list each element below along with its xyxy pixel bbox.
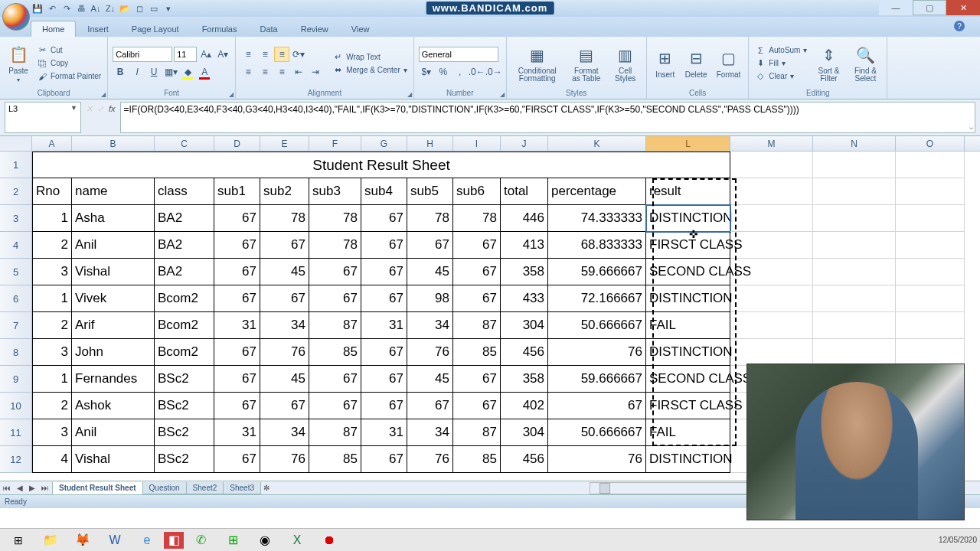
cell[interactable]	[813, 232, 896, 259]
inc-decimal-button[interactable]: .0←	[469, 64, 485, 80]
data-cell[interactable]: 85	[309, 339, 361, 366]
dialog-launcher-icon[interactable]: ◢	[101, 91, 106, 98]
cell-styles-button[interactable]: ▥Cell Styles	[609, 43, 642, 84]
undo-icon[interactable]: ↶	[45, 2, 59, 15]
expand-formula-icon[interactable]: ⌵	[969, 123, 973, 131]
qat-more-icon[interactable]: ▾	[162, 2, 175, 15]
open-icon[interactable]: 📂	[118, 2, 132, 15]
pdf-icon[interactable]: ◧	[164, 532, 184, 549]
data-cell[interactable]: FIRSCT CLASS	[646, 393, 730, 419]
cell[interactable]	[813, 152, 896, 178]
cell[interactable]	[813, 178, 896, 205]
data-cell[interactable]: DISTINCTION	[646, 285, 730, 312]
data-cell[interactable]: 85	[309, 446, 361, 473]
row-header[interactable]: 9	[0, 366, 32, 393]
data-cell[interactable]: 67	[361, 232, 407, 259]
data-cell[interactable]: SECOND CLASS	[646, 259, 730, 285]
tab-insert[interactable]: Insert	[76, 21, 120, 37]
data-cell[interactable]: 67	[309, 259, 361, 285]
dialog-launcher-icon[interactable]: ◢	[407, 91, 412, 98]
percent-button[interactable]: %	[436, 64, 451, 80]
data-cell[interactable]: 76	[260, 339, 309, 366]
orientation-button[interactable]: ⟳▾	[291, 47, 306, 62]
data-cell[interactable]: 67	[453, 285, 501, 312]
data-cell[interactable]: 456	[501, 339, 548, 366]
data-cell[interactable]: 67	[309, 366, 361, 393]
bold-button[interactable]: B	[113, 64, 128, 80]
copy-button[interactable]: ⿻Copy	[35, 57, 103, 70]
format-painter-button[interactable]: 🖌Format Painter	[35, 70, 103, 83]
data-cell[interactable]: 433	[501, 285, 548, 312]
data-cell[interactable]: 67	[214, 339, 260, 366]
data-cell[interactable]: 67	[260, 232, 309, 259]
data-cell[interactable]: 67	[453, 393, 501, 419]
data-cell[interactable]: Vishal	[72, 259, 155, 285]
align-right-button[interactable]: ≡	[274, 64, 289, 80]
data-cell[interactable]: 67	[214, 259, 260, 285]
data-cell[interactable]: Anil	[72, 419, 155, 446]
data-cell[interactable]: 59.666667	[548, 259, 646, 285]
autosum-button[interactable]: ΣAutoSum ▾	[753, 44, 808, 57]
maximize-button[interactable]: ▢	[913, 0, 946, 15]
tab-view[interactable]: View	[340, 21, 381, 37]
cell[interactable]	[730, 259, 813, 285]
enter-formula-icon[interactable]: ✓	[96, 103, 106, 116]
data-cell[interactable]: 358	[501, 366, 548, 393]
cell[interactable]	[813, 339, 896, 366]
cell[interactable]	[896, 205, 965, 232]
data-cell[interactable]: 31	[214, 419, 260, 446]
data-cell[interactable]: Vivek	[72, 285, 155, 312]
select-all-corner[interactable]	[0, 136, 32, 151]
cell[interactable]	[896, 285, 965, 312]
italic-button[interactable]: I	[129, 64, 145, 80]
align-center-button[interactable]: ≡	[257, 64, 273, 80]
col-header[interactable]: B	[72, 136, 155, 151]
row-header[interactable]: 2	[0, 178, 32, 205]
cell[interactable]	[730, 312, 813, 339]
col-header[interactable]: M	[730, 136, 813, 151]
data-cell[interactable]: Ashok	[72, 393, 155, 419]
font-size-combo[interactable]	[174, 47, 197, 62]
shrink-font-button[interactable]: A▾	[215, 47, 230, 62]
data-cell[interactable]: 78	[309, 232, 361, 259]
data-cell[interactable]: 67	[260, 285, 309, 312]
name-box[interactable]: L3▼	[5, 102, 81, 133]
save-icon[interactable]: 💾	[31, 2, 44, 15]
col-header[interactable]: I	[453, 136, 501, 151]
header-cell[interactable]: Rno	[32, 178, 72, 205]
data-cell[interactable]: 76	[548, 446, 646, 473]
title-cell[interactable]: Student Result Sheet	[32, 152, 730, 178]
data-cell[interactable]: 67	[407, 232, 453, 259]
data-cell[interactable]: 67	[361, 446, 407, 473]
data-cell[interactable]: 76	[548, 339, 646, 366]
redo-icon[interactable]: ↷	[60, 2, 74, 15]
data-cell[interactable]: 1	[32, 205, 72, 232]
data-cell[interactable]: Vishal	[72, 446, 155, 473]
data-cell[interactable]: 87	[309, 419, 361, 446]
clear-button[interactable]: ◇Clear ▾	[753, 70, 808, 83]
underline-button[interactable]: U	[146, 64, 162, 80]
grow-font-button[interactable]: A▴	[198, 47, 214, 62]
data-cell[interactable]: BSc2	[155, 366, 214, 393]
data-cell[interactable]: 78	[407, 205, 453, 232]
ie-icon[interactable]: e	[132, 530, 162, 550]
data-cell[interactable]: 76	[260, 446, 309, 473]
data-cell[interactable]: Asha	[72, 205, 155, 232]
cell[interactable]	[896, 339, 965, 366]
row-header[interactable]: 1	[0, 152, 32, 178]
cell[interactable]	[730, 178, 813, 205]
conditional-formatting-button[interactable]: ▦Conditional Formatting	[511, 43, 564, 84]
cell[interactable]	[896, 312, 965, 339]
data-cell[interactable]: 67	[361, 205, 407, 232]
cell[interactable]	[730, 205, 813, 232]
new-sheet-button[interactable]: ✻	[260, 484, 273, 492]
format-button[interactable]: ▢Format	[714, 46, 744, 80]
preview-icon[interactable]: ▭	[147, 2, 161, 15]
prev-sheet-button[interactable]: ◀	[14, 484, 26, 492]
cell[interactable]	[896, 178, 965, 205]
data-cell[interactable]: 67	[361, 366, 407, 393]
cell[interactable]	[896, 232, 965, 259]
data-cell[interactable]: 85	[453, 446, 501, 473]
col-header[interactable]: N	[813, 136, 896, 151]
data-cell[interactable]: 304	[501, 419, 548, 446]
